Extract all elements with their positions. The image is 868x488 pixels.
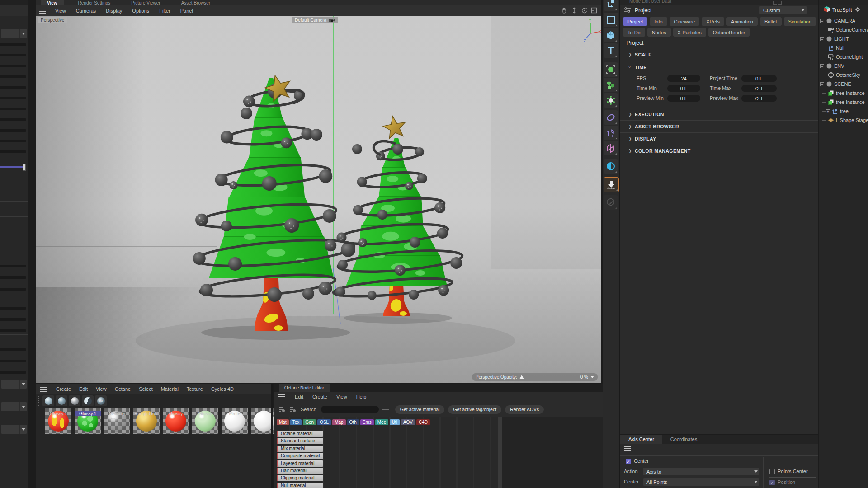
tool-volume-icon[interactable] [604,78,618,92]
object-label[interactable]: SCENE [834,81,851,87]
attr-top-strip[interactable]: Mode Edit User Data [620,0,818,5]
chevron-right-icon[interactable]: ❯ [628,149,635,153]
ne-button-render-aovs[interactable]: Render AOVs [505,405,544,414]
ne-menu-create[interactable]: Create [308,394,332,399]
tool-drop-to-floor-icon[interactable] [604,177,619,192]
left-panel-field[interactable] [0,129,26,132]
points-center-label[interactable]: Points Center [778,469,808,474]
ne-chip-c4d[interactable]: C4D [416,419,430,425]
object-label[interactable]: tree Instance [836,99,865,105]
om-item-tree[interactable]: +tree [819,107,868,116]
left-panel-dropdown[interactable] [1,380,27,389]
section-asset-browser[interactable]: ❯ASSET BROWSER [620,121,818,133]
material-name[interactable]: Glossy [163,411,189,416]
ne-menu-help[interactable]: Help [352,394,371,399]
om-item-null[interactable]: Null [819,43,868,52]
left-panel-field[interactable] [0,329,26,332]
object-label[interactable]: OctaneCamera [836,27,868,33]
ne-chip-map[interactable]: Map [332,419,345,425]
field-input[interactable]: 0 F [667,95,700,102]
viewport-menu-panel[interactable]: Panel [175,8,198,14]
material-menu-view[interactable]: View [92,386,111,392]
ne-toolbar[interactable]: SearchGet active materialGet active tag/… [274,402,618,417]
ne-chip-mec[interactable]: Mec [375,419,388,425]
divider[interactable] [271,384,273,488]
viewport-3d[interactable]: PerspectiveDefault CameraYXZPerspective.… [36,16,601,383]
field-input[interactable]: 72 F [741,85,777,92]
object-label[interactable]: LIGHT [834,36,849,42]
attr-tab-cineware[interactable]: Cineware [670,17,699,26]
ne-button-get-active-material[interactable]: Get active material [395,405,445,414]
view-label[interactable]: Perspective [38,17,67,23]
expand-collapse-icon[interactable]: − [820,19,824,23]
axis-tab-coordinates[interactable]: Coordinates [662,435,705,444]
ne-node-layered-material[interactable]: Layered material [277,460,323,467]
chevron-right-icon[interactable]: ❯ [628,136,635,141]
attr-tab-animation[interactable]: Animation [726,17,758,26]
left-panel-field[interactable] [0,265,26,267]
divider[interactable] [0,183,28,183]
expand-collapse-icon[interactable]: − [820,82,824,86]
field-input[interactable]: 72 F [741,95,777,102]
tool-cube-icon[interactable] [604,28,618,42]
rotate-icon[interactable] [580,7,588,15]
ne-chip-utl[interactable]: Utl [390,419,400,425]
hand-icon[interactable] [561,7,568,15]
chevron-right-icon[interactable]: ❯ [628,124,635,129]
om-item-octanecamera[interactable]: 2OctaneCamera [819,25,868,34]
left-panel-field[interactable] [0,65,26,67]
material-menu-edit[interactable]: Edit [75,386,92,392]
window-mini-icon[interactable] [773,1,777,5]
action-label[interactable]: Action [624,469,638,474]
camera-object-icon[interactable]: 2 [828,27,834,33]
node-link-icon[interactable] [288,405,297,413]
attr-preset-dropdown[interactable]: Custom [760,6,807,14]
left-panel-menu[interactable] [0,5,28,16]
tool-null-axis-icon[interactable] [604,126,618,140]
object-label[interactable]: ENV [834,63,844,69]
ne-menubar[interactable]: EditCreateViewHelp [274,392,618,402]
attr-menu-hint[interactable]: Mode Edit User Data [629,0,671,4]
material-name[interactable]: Glossy [192,411,218,416]
field-label[interactable]: Preview Max [710,95,738,101]
ne-chip-aov[interactable]: AOV [401,419,415,425]
ne-button-get-active-tag-object[interactable]: Get active tag/object [448,405,501,414]
expand-collapse-icon[interactable]: − [820,64,824,68]
divider[interactable] [620,455,818,456]
window-tab-asset-browser[interactable]: Asset Browser [175,0,217,5]
divider[interactable] [619,0,620,488]
material-menu-texture[interactable]: Texture [183,386,207,392]
om-drag-handle[interactable] [820,7,822,13]
window-tab-render-settings[interactable]: Render Settings [72,0,117,5]
left-panel-dropdown[interactable] [1,402,27,411]
left-panel-top[interactable] [0,0,28,5]
left-panel-dropdown[interactable] [1,29,27,38]
left-panel-field[interactable] [0,118,26,121]
left-panel-field[interactable] [0,86,26,89]
field-label[interactable]: Time Max [710,85,731,91]
om-item-env[interactable]: −ENV [819,61,868,70]
left-panel-field[interactable] [0,150,26,153]
om-item-scene[interactable]: −SCENE [819,80,868,89]
object-label[interactable]: L Shape Stage [836,117,868,123]
frame-icon[interactable] [590,7,598,15]
divider[interactable] [763,457,764,488]
center-checkbox[interactable]: ✓ [626,459,631,464]
attr-tab-simulation[interactable]: Simulation [784,17,816,26]
center-checkbox-label[interactable]: Center [634,458,649,464]
left-panel-field[interactable] [0,348,26,351]
ne-node-mix-material[interactable]: Mix material [277,446,323,452]
viewport-hamburger-icon[interactable] [39,9,46,14]
ne-node-composite-material[interactable]: Composite material [277,453,323,459]
ne-chip-gen[interactable]: Gen [303,419,316,425]
om-item-camera[interactable]: −CAMERA [819,16,868,25]
ne-canvas-edge[interactable] [498,417,502,488]
ne-chip-tex[interactable]: Tex [290,419,302,425]
left-panel-dropdown[interactable] [1,425,27,434]
tool-text-icon[interactable] [604,43,618,58]
field-input[interactable]: 24 [667,75,700,82]
divider[interactable] [0,334,28,335]
material-preset-button-4[interactable] [82,395,94,406]
divider[interactable] [620,108,818,108]
ne-chip-oth[interactable]: Oth [347,419,359,425]
